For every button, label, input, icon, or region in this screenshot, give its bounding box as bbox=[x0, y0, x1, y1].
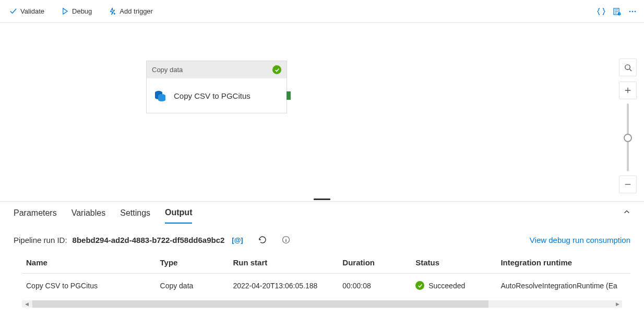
activity-body: Copy CSV to PGCitus bbox=[147, 78, 287, 113]
zoom-fit-button[interactable] bbox=[619, 59, 637, 76]
svg-point-3 bbox=[632, 10, 634, 12]
run-id-label: Pipeline run ID: bbox=[14, 236, 67, 244]
scroll-right-icon[interactable]: ▶ bbox=[613, 300, 622, 308]
toolbar-right bbox=[597, 7, 639, 16]
cell-run-start: 2022-04-20T13:06:05.188 bbox=[229, 274, 338, 298]
table-row[interactable]: Copy CSV to PGCitus Copy data 2022-04-20… bbox=[22, 274, 630, 298]
cell-name: Copy CSV to PGCitus bbox=[22, 274, 156, 298]
col-duration[interactable]: Duration bbox=[338, 252, 411, 274]
output-table: Name Type Run start Duration Status Inte… bbox=[0, 252, 644, 297]
col-run-start[interactable]: Run start bbox=[229, 252, 338, 274]
add-trigger-button[interactable]: Add trigger bbox=[104, 4, 157, 18]
zoom-in-button[interactable] bbox=[619, 81, 637, 99]
activity-type: Copy data bbox=[152, 66, 183, 74]
zoom-out-button[interactable] bbox=[619, 176, 637, 193]
run-info: Pipeline run ID: 8bebd294-ad2d-4883-b722… bbox=[0, 225, 644, 252]
scrollbar-thumb[interactable] bbox=[32, 300, 488, 308]
refresh-icon[interactable] bbox=[258, 235, 267, 244]
cell-type: Copy data bbox=[156, 274, 229, 298]
add-trigger-label: Add trigger bbox=[120, 7, 153, 15]
connector-handle[interactable] bbox=[287, 91, 291, 100]
activity-name: Copy CSV to PGCitus bbox=[174, 91, 251, 100]
scroll-left-icon[interactable]: ◀ bbox=[22, 300, 31, 308]
properties-icon[interactable] bbox=[613, 7, 621, 16]
col-name[interactable]: Name bbox=[22, 252, 156, 274]
cell-integration-runtime: AutoResolveIntegrationRuntime (Ea bbox=[496, 274, 630, 298]
run-id-value: 8bebd294-ad2d-4883-b722-df58dd6a9bc2 bbox=[73, 236, 225, 244]
toolbar: Validate Debug Add trigger bbox=[0, 0, 644, 23]
tab-parameters[interactable]: Parameters bbox=[14, 203, 57, 223]
database-icon bbox=[153, 88, 168, 103]
col-status[interactable]: Status bbox=[411, 252, 496, 274]
trigger-icon bbox=[109, 7, 116, 15]
svg-point-4 bbox=[635, 10, 636, 12]
input-icon[interactable]: [@] bbox=[232, 236, 243, 244]
cell-duration: 00:00:08 bbox=[338, 274, 411, 298]
check-icon bbox=[9, 7, 17, 15]
copy-data-activity[interactable]: Copy data Copy CSV to PGCitus bbox=[146, 61, 287, 113]
status-success-icon bbox=[415, 281, 424, 290]
zoom-slider-thumb[interactable] bbox=[624, 134, 632, 142]
resizer-handle-icon bbox=[314, 198, 330, 200]
col-type[interactable]: Type bbox=[156, 252, 229, 274]
play-icon bbox=[61, 7, 69, 15]
debug-button[interactable]: Debug bbox=[57, 4, 96, 18]
info-icon[interactable] bbox=[282, 236, 290, 244]
status-text: Succeeded bbox=[428, 282, 465, 290]
svg-point-7 bbox=[625, 64, 629, 69]
cell-status: Succeeded bbox=[411, 274, 496, 298]
activity-header: Copy data bbox=[147, 61, 287, 78]
collapse-panel-button[interactable] bbox=[623, 208, 630, 218]
zoom-slider[interactable] bbox=[627, 103, 629, 171]
pipeline-canvas[interactable]: Copy data Copy CSV to PGCitus bbox=[0, 23, 644, 198]
tab-settings[interactable]: Settings bbox=[120, 203, 150, 223]
status-success-icon bbox=[272, 65, 281, 74]
bottom-tabs: Parameters Variables Settings Output bbox=[0, 202, 644, 225]
ellipsis-icon[interactable] bbox=[628, 7, 637, 16]
zoom-controls bbox=[619, 59, 637, 193]
col-integration-runtime[interactable]: Integration runtime bbox=[496, 252, 630, 274]
validate-label: Validate bbox=[20, 7, 44, 15]
svg-point-2 bbox=[629, 10, 631, 12]
table-hscrollbar[interactable]: ◀ ▶ bbox=[22, 300, 622, 308]
code-braces-icon[interactable] bbox=[597, 7, 605, 16]
view-consumption-link[interactable]: View debug run consumption bbox=[530, 236, 630, 244]
debug-label: Debug bbox=[72, 7, 92, 15]
tab-output[interactable]: Output bbox=[165, 203, 192, 224]
tab-variables[interactable]: Variables bbox=[71, 203, 106, 223]
validate-button[interactable]: Validate bbox=[5, 4, 49, 18]
